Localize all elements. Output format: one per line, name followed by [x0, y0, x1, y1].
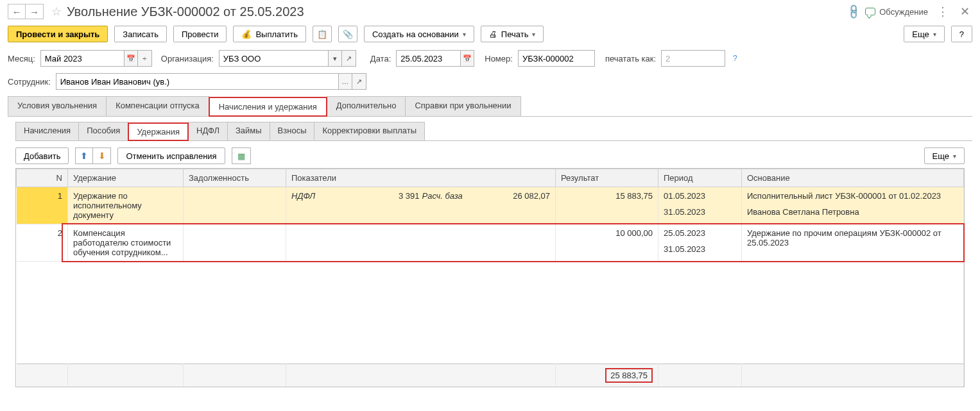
more-menu-icon[interactable]: ⋮ — [933, 4, 952, 19]
date-label: Дата: — [370, 54, 391, 63]
sub-tabs: Начисления Пособия Удержания НДФЛ Займы … — [15, 122, 972, 141]
tab-dismissal-conditions[interactable]: Условия увольнения — [8, 96, 107, 116]
cell-deduction: Компенсация работодателю стоимости обуче… — [68, 224, 184, 262]
report-icon — [317, 29, 327, 39]
employee-label: Сотрудник: — [8, 77, 51, 87]
cell-period: 25.05.2023 31.05.2023 — [658, 224, 742, 262]
employee-ellipsis-icon[interactable]: … — [338, 73, 352, 90]
total-result: 25 883,75 — [605, 368, 653, 383]
page-title: Увольнение УБЗК-000002 от 25.05.2023 — [67, 4, 304, 19]
col-result[interactable]: Результат — [556, 169, 658, 187]
create-based-button[interactable]: Создать на основании — [364, 26, 474, 42]
subtab-accruals[interactable]: Начисления — [15, 122, 79, 140]
subtab-deductions[interactable]: Удержания — [128, 122, 189, 141]
table-footer-row: 25 883,75 — [17, 364, 964, 387]
print-button[interactable]: Печать — [481, 26, 544, 42]
chat-icon — [865, 8, 875, 15]
col-indicators[interactable]: Показатели — [286, 169, 556, 187]
form-row-2: Сотрудник: … ↗ — [8, 73, 972, 90]
money-icon — [241, 29, 252, 39]
print-as-label: печатать как: — [605, 54, 656, 63]
org-dropdown-icon[interactable]: ▾ — [328, 50, 342, 67]
spreadsheet-icon — [237, 151, 245, 161]
cell-debt — [184, 224, 286, 262]
cell-debt — [184, 187, 286, 224]
cell-indicators: НДФЛ 3 391 Расч. база 26 082,07 — [286, 187, 556, 224]
number-label: Номер: — [485, 54, 513, 63]
subtab-ndfl[interactable]: НДФЛ — [188, 122, 228, 140]
subtab-loans[interactable]: Займы — [227, 122, 270, 140]
table-filler-row — [17, 262, 964, 364]
table-row[interactable]: 1 Удержание по исполнительному документу… — [17, 187, 964, 224]
move-up-button[interactable]: ⬆ — [75, 147, 93, 164]
discussion-label: Обсуждение — [879, 7, 928, 17]
cancel-corrections-button[interactable]: Отменить исправления — [117, 147, 225, 164]
cell-result: 15 883,75 — [556, 187, 658, 224]
org-open-icon[interactable]: ↗ — [342, 50, 356, 67]
favorite-star-icon[interactable]: ☆ — [51, 4, 62, 19]
tab-accruals-deductions[interactable]: Начисления и удержания — [209, 97, 327, 117]
date-calendar-icon[interactable] — [460, 50, 474, 67]
nav-forward-button[interactable]: → — [26, 4, 44, 19]
attach-button[interactable] — [338, 26, 357, 42]
subtab-benefits[interactable]: Пособия — [78, 122, 128, 140]
main-toolbar: Провести и закрыть Записать Провести Вып… — [8, 26, 972, 42]
spreadsheet-button[interactable] — [232, 147, 251, 164]
cell-basis: Удержание по прочим операциям УБЗК-00000… — [742, 224, 964, 262]
tab-additional[interactable]: Дополнительно — [327, 96, 406, 116]
help-button[interactable]: ? — [951, 26, 972, 42]
col-basis[interactable]: Основание — [742, 169, 964, 187]
more-button[interactable]: Еще — [904, 26, 944, 42]
month-label: Месяц: — [8, 54, 35, 63]
grid-more-button[interactable]: Еще — [924, 147, 965, 164]
record-button[interactable]: Записать — [114, 26, 167, 42]
month-input[interactable] — [40, 50, 124, 67]
employee-open-icon[interactable]: ↗ — [352, 73, 366, 90]
main-tabs: Условия увольнения Компенсации отпуска Н… — [8, 96, 972, 117]
post-and-close-button[interactable]: Провести и закрыть — [8, 26, 108, 42]
cell-basis: Исполнительный лист УБЗК-000001 от 01.02… — [742, 187, 964, 224]
add-row-button[interactable]: Добавить — [15, 147, 69, 164]
date-input[interactable] — [396, 50, 460, 67]
post-button[interactable]: Провести — [173, 26, 227, 42]
print-as-help-icon[interactable]: ? — [733, 54, 737, 63]
link-icon[interactable]: 🔗 — [845, 3, 863, 21]
close-icon[interactable]: ✕ — [958, 4, 972, 19]
grid-toolbar: Добавить ⬆ ⬇ Отменить исправления Еще — [15, 147, 972, 164]
discussion-button[interactable]: Обсуждение — [865, 7, 928, 17]
tab-vacation-compensation[interactable]: Компенсации отпуска — [106, 96, 209, 116]
cell-indicators — [286, 224, 556, 262]
cell-period: 01.05.2023 31.05.2023 — [658, 187, 742, 224]
pay-button[interactable]: Выплатить — [233, 26, 306, 42]
org-label: Организация: — [161, 54, 214, 63]
col-deduction[interactable]: Удержание — [68, 169, 184, 187]
col-debt[interactable]: Задолженность — [184, 169, 286, 187]
col-period[interactable]: Период — [658, 169, 742, 187]
print-as-input[interactable] — [661, 50, 725, 67]
cell-deduction: Удержание по исполнительному документу — [68, 187, 184, 224]
number-input[interactable] — [518, 50, 595, 67]
cell-n: 1 — [17, 187, 68, 224]
nav-back-button[interactable]: ← — [8, 4, 26, 19]
table-row[interactable]: 2 Компенсация работодателю стоимости обу… — [17, 224, 964, 262]
attach-icon — [343, 29, 353, 39]
col-n[interactable]: N — [17, 169, 68, 187]
titlebar: ← → ☆ Увольнение УБЗК-000002 от 25.05.20… — [8, 4, 972, 19]
report-button[interactable] — [313, 26, 332, 42]
deductions-table: N Удержание Задолженность Показатели Рез… — [15, 168, 965, 387]
cell-result: 10 000,00 — [556, 224, 658, 262]
employee-input[interactable] — [56, 73, 338, 90]
table-header-row: N Удержание Задолженность Показатели Рез… — [17, 169, 964, 187]
org-input[interactable] — [219, 50, 328, 67]
tab-dismissal-certs[interactable]: Справки при увольнении — [405, 96, 520, 116]
form-row-1: Месяц: ÷ Организация: ▾ ↗ Дата: Номер: п… — [8, 50, 972, 67]
month-calendar-icon[interactable] — [124, 50, 138, 67]
subtab-pay-corrections[interactable]: Корректировки выплаты — [314, 122, 425, 140]
cell-n: 2 — [17, 224, 68, 262]
subtab-contributions[interactable]: Взносы — [270, 122, 315, 140]
print-icon — [489, 29, 497, 39]
move-down-button[interactable]: ⬇ — [93, 147, 111, 164]
month-input-group: ÷ — [40, 50, 152, 67]
month-spinner-icon[interactable]: ÷ — [138, 50, 152, 67]
